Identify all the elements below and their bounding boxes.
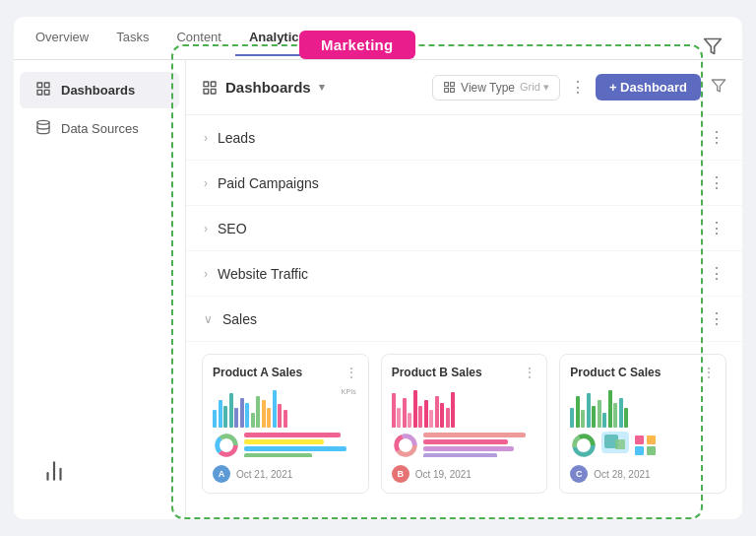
donut-chart-c (570, 432, 598, 457)
dashboard-icon (202, 80, 218, 96)
panel-title: Dashboards ▾ (202, 79, 325, 96)
svg-rect-6 (37, 90, 42, 95)
card-a-title: Product A Sales (213, 366, 302, 379)
list-item-sales-label: Sales (222, 311, 257, 327)
svg-point-8 (37, 120, 49, 124)
card-b-date: Oct 19, 2021 (415, 469, 472, 480)
list-item-paid-campaigns[interactable]: › Paid Campaigns ⋮ (186, 161, 742, 206)
card-c-title: Product C Sales (570, 366, 661, 379)
card-c-chart (570, 388, 716, 457)
list-item-seo-label: SEO (218, 221, 247, 236)
chevron-down-sales-icon: ∨ (204, 312, 213, 326)
card-b-chart (392, 388, 537, 457)
card-b-avatar: B (392, 465, 410, 483)
list-item-seo[interactable]: › SEO ⋮ (186, 206, 742, 251)
card-c-date: Oct 28, 2021 (594, 469, 650, 480)
tab-overview[interactable]: Overview (22, 20, 102, 56)
view-type-value: Grid ▾ (520, 81, 549, 94)
chevron-down-icon: ▾ (319, 81, 325, 94)
paid-campaigns-more-icon[interactable]: ⋮ (709, 173, 724, 192)
card-product-b-sales: Product B Sales ⋮ (381, 354, 548, 494)
card-a-more-icon[interactable]: ⋮ (345, 365, 358, 380)
website-traffic-more-icon[interactable]: ⋮ (709, 264, 724, 283)
card-b-header: Product B Sales ⋮ (392, 365, 537, 380)
map-visual (601, 432, 631, 457)
chevron-right-icon: › (204, 222, 208, 235)
card-a-date: Oct 21, 2021 (236, 469, 292, 480)
list-item-website-traffic-label: Website Traffic (218, 266, 308, 282)
tab-tasks[interactable]: Tasks (102, 20, 162, 56)
card-b-more-icon[interactable]: ⋮ (523, 365, 536, 380)
card-a-footer: A Oct 21, 2021 (213, 465, 358, 483)
svg-marker-0 (705, 39, 722, 54)
analytics-bar-chart-icon (41, 458, 67, 490)
content-area: Dashboards Data Sources Dashboard (14, 60, 742, 519)
donut-chart-a (213, 432, 240, 457)
add-dashboard-button[interactable]: + Dashboard (596, 74, 701, 100)
panel-header: Dashboards ▾ View Type Grid ▾ ⋮ + Das (186, 60, 742, 115)
card-a-chart: KPIs (213, 388, 358, 457)
list-item-paid-campaigns-label: Paid Campaigns (218, 175, 319, 191)
more-options-icon[interactable]: ⋮ (570, 78, 586, 97)
list-item-leads-label: Leads (218, 130, 255, 146)
sidebar-item-datasources[interactable]: Data Sources (20, 110, 179, 147)
leads-more-icon[interactable]: ⋮ (709, 128, 724, 147)
svg-rect-15 (445, 89, 449, 93)
svg-rect-14 (451, 83, 455, 87)
seo-more-icon[interactable]: ⋮ (709, 219, 724, 237)
card-product-a-sales: Product A Sales ⋮ KPIs (202, 354, 369, 494)
card-a-avatar: A (213, 465, 230, 483)
color-blocks (635, 436, 657, 455)
sidebar-item-dashboards[interactable]: Dashboards (20, 72, 179, 108)
chevron-right-icon: › (204, 267, 208, 281)
sidebar: Dashboards Data Sources (14, 60, 186, 519)
chevron-right-icon: › (204, 176, 208, 190)
card-b-title: Product B Sales (392, 366, 482, 379)
card-c-header: Product C Sales ⋮ (570, 365, 716, 380)
sales-more-icon[interactable]: ⋮ (709, 309, 724, 328)
svg-rect-11 (204, 89, 209, 94)
svg-rect-12 (211, 89, 216, 94)
main-container: Marketing Overview Tasks Content Analyti… (14, 17, 742, 519)
card-product-c-sales: Product C Sales ⋮ (559, 354, 726, 494)
add-dashboard-link-label: Dashboard (218, 516, 281, 520)
list-item-sales[interactable]: ∨ Sales ⋮ (186, 297, 742, 342)
svg-rect-4 (37, 83, 42, 88)
card-a-header: Product A Sales ⋮ (213, 365, 358, 380)
top-filter-icon[interactable] (703, 36, 723, 61)
panel-title-text: Dashboards (225, 79, 311, 96)
sales-cards-grid: Product A Sales ⋮ KPIs (186, 342, 742, 505)
panel-actions: View Type Grid ▾ ⋮ + Dashboard (432, 74, 726, 100)
plus-icon: + (204, 515, 212, 519)
view-type-label: View Type (461, 81, 515, 95)
svg-rect-5 (44, 83, 49, 88)
add-dashboard-link[interactable]: + Dashboard (186, 505, 742, 519)
donut-chart-b (392, 432, 419, 457)
card-b-footer: B Oct 19, 2021 (392, 465, 537, 483)
sidebar-dashboards-label: Dashboards (61, 83, 135, 98)
grid-icon (35, 81, 51, 100)
svg-rect-9 (204, 82, 209, 87)
card-c-more-icon[interactable]: ⋮ (702, 365, 716, 380)
view-type-button[interactable]: View Type Grid ▾ (432, 75, 560, 100)
kpi-label: KPIs (342, 388, 356, 395)
tab-content[interactable]: Content (162, 20, 235, 56)
svg-rect-13 (445, 83, 449, 87)
svg-rect-10 (211, 82, 216, 87)
main-panel: Dashboards ▾ View Type Grid ▾ ⋮ + Das (186, 60, 742, 519)
svg-rect-7 (44, 90, 49, 95)
database-icon (35, 119, 51, 138)
list-item-website-traffic[interactable]: › Website Traffic ⋮ (186, 251, 742, 297)
chevron-right-icon: › (204, 131, 208, 145)
card-c-avatar: C (570, 465, 588, 483)
card-c-footer: C Oct 28, 2021 (570, 465, 716, 483)
grid-view-icon (443, 81, 456, 94)
svg-marker-17 (712, 80, 724, 92)
svg-rect-16 (451, 89, 455, 93)
sidebar-datasources-label: Data Sources (61, 121, 139, 136)
list-item-leads[interactable]: › Leads ⋮ (186, 115, 742, 161)
filter-icon[interactable] (711, 78, 726, 98)
marketing-badge: Marketing (299, 31, 415, 59)
